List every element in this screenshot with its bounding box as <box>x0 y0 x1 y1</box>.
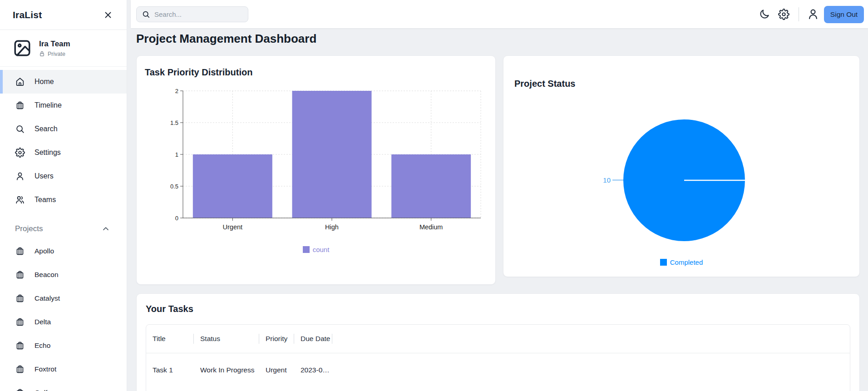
priority-distribution-card: Task Priority Distribution 00.511.52Urge… <box>136 55 496 285</box>
team-image-icon <box>13 39 32 58</box>
project-label: Echo <box>35 342 50 350</box>
sidebar-project-echo[interactable]: Echo <box>0 334 127 357</box>
task-spacer-cell <box>332 353 850 387</box>
moon-icon <box>759 9 770 20</box>
briefcase-icon <box>15 364 25 374</box>
close-sidebar-button[interactable] <box>103 10 113 20</box>
projects-section-label: Projects <box>15 224 43 233</box>
sidebar-project-beacon[interactable]: Beacon <box>0 263 127 287</box>
your-tasks-card: Your Tasks Title Status Priority Due Dat… <box>136 293 860 391</box>
priority-bar-chart: 00.511.52UrgentHighMedium <box>168 82 485 240</box>
sidebar-item-teams[interactable]: Teams <box>0 188 127 212</box>
team-visibility: Private <box>39 51 70 57</box>
sign-out-button[interactable]: Sign Out <box>824 6 864 23</box>
svg-text:10: 10 <box>603 176 611 184</box>
task-due-cell: 2023-0… <box>294 353 332 387</box>
sidebar-item-home[interactable]: Home <box>0 70 127 94</box>
project-status-card: Project Status 10 Completed <box>503 55 860 277</box>
user-icon <box>15 171 25 181</box>
sidebar-item-label: Home <box>35 78 54 86</box>
topbar-divider <box>799 7 799 21</box>
gear-icon <box>15 148 25 158</box>
lock-icon <box>39 51 45 57</box>
column-header-title: Title <box>146 325 194 353</box>
column-header-priority: Priority <box>259 325 294 353</box>
project-label: Apollo <box>35 247 54 255</box>
project-label: Catalyst <box>35 294 60 302</box>
sidebar-item-label: Users <box>35 172 54 180</box>
column-header-due-date: Due Date <box>294 325 332 353</box>
sidebar-item-label: Teams <box>35 196 56 204</box>
column-header-status: Status <box>194 325 259 353</box>
project-label: Beacon <box>35 271 59 279</box>
sidebar-project-catalyst[interactable]: Catalyst <box>0 287 127 310</box>
priority-card-title: Task Priority Distribution <box>145 67 252 78</box>
svg-text:0.5: 0.5 <box>170 183 178 190</box>
briefcase-icon <box>15 317 25 327</box>
account-button[interactable] <box>805 0 821 28</box>
column-header-spacer <box>332 325 850 353</box>
global-search <box>136 6 248 22</box>
sidebar-item-timeline[interactable]: Timeline <box>0 94 127 117</box>
chevron-up-icon <box>101 224 110 233</box>
task-title-cell: Task 1 <box>146 353 194 387</box>
bar-chart-legend: count <box>137 246 495 253</box>
sidebar-item-users[interactable]: Users <box>0 164 127 188</box>
projects-list: Apollo Beacon Catalyst Delta Echo Foxtro… <box>0 239 127 391</box>
sidebar-item-label: Timeline <box>35 101 62 109</box>
sidebar-nav: Home Timeline Search Settings <box>0 70 127 212</box>
page-title: Project Management Dashboard <box>136 32 316 46</box>
table-row[interactable]: Task 1 Work In Progress Urgent 2023-0… <box>146 353 850 387</box>
briefcase-icon <box>15 246 25 256</box>
status-pie-chart: 10 <box>503 56 860 256</box>
projects-section-toggle[interactable]: Projects <box>0 212 127 239</box>
svg-text:Urgent: Urgent <box>223 223 243 231</box>
briefcase-icon <box>15 270 25 280</box>
sidebar-item-label: Search <box>35 125 58 133</box>
team-name: Ira Team <box>39 40 70 49</box>
pie-legend-label: Completed <box>670 258 703 266</box>
tasks-table: Title Status Priority Due Date Task 1 Wo… <box>146 324 850 391</box>
briefcase-icon <box>15 293 25 303</box>
project-label: Golf <box>35 389 47 391</box>
tasks-card-title: Your Tasks <box>146 304 193 314</box>
sidebar-item-settings[interactable]: Settings <box>0 141 127 164</box>
sidebar: IraList Ira Team Private Ho <box>0 0 127 391</box>
task-priority-cell: Urgent <box>259 353 294 387</box>
svg-text:1.5: 1.5 <box>170 119 178 126</box>
brand-logo: IraList <box>13 10 42 20</box>
close-icon <box>103 10 113 20</box>
svg-text:1: 1 <box>175 151 178 158</box>
svg-text:Medium: Medium <box>419 223 443 231</box>
users-icon <box>15 195 25 205</box>
search-input[interactable] <box>154 10 245 18</box>
home-icon <box>15 77 25 87</box>
dark-mode-toggle[interactable] <box>756 0 772 28</box>
project-label: Delta <box>35 318 51 326</box>
task-status-cell: Work In Progress <box>194 353 259 387</box>
table-header-row: Title Status Priority Due Date <box>146 325 850 353</box>
sidebar-project-foxtrot[interactable]: Foxtrot <box>0 357 127 381</box>
svg-text:0: 0 <box>175 215 178 222</box>
sidebar-project-golf[interactable]: Golf <box>0 381 127 391</box>
sidebar-item-search[interactable]: Search <box>0 117 127 141</box>
bar-legend-label: count <box>313 246 330 253</box>
app: IraList Ira Team Private Ho <box>0 0 868 391</box>
sidebar-project-apollo[interactable]: Apollo <box>0 239 127 263</box>
svg-text:High: High <box>325 223 339 231</box>
search-icon <box>142 10 150 19</box>
svg-text:2: 2 <box>175 88 178 94</box>
briefcase-icon <box>15 341 25 351</box>
gear-icon <box>778 9 789 20</box>
sidebar-item-label: Settings <box>35 148 61 157</box>
team-card[interactable]: Ira Team Private <box>0 30 127 67</box>
project-label: Foxtrot <box>35 365 56 373</box>
user-icon <box>807 8 819 20</box>
settings-button[interactable] <box>776 0 791 28</box>
briefcase-icon <box>15 388 25 391</box>
sidebar-header: IraList <box>0 0 127 30</box>
search-icon <box>15 124 25 134</box>
pie-legend-swatch <box>660 259 667 266</box>
sidebar-project-delta[interactable]: Delta <box>0 310 127 334</box>
pie-chart-legend: Completed <box>503 258 859 266</box>
